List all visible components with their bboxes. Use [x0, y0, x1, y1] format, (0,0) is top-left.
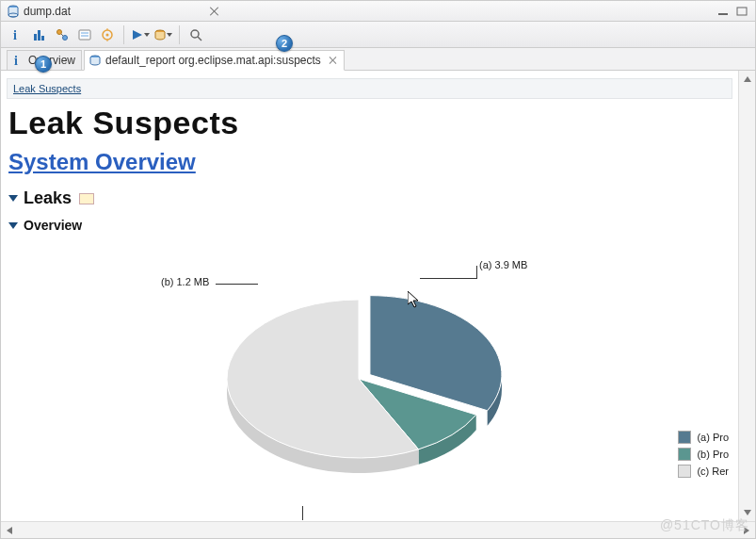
- toolbar-separator: [123, 25, 124, 44]
- chart-leader: [216, 284, 258, 285]
- svg-marker-25: [744, 76, 751, 82]
- svg-rect-7: [41, 36, 44, 41]
- content-wrap: Leak Suspects Leak Suspects System Overv…: [1, 71, 755, 521]
- chevron-down-icon: [8, 195, 18, 202]
- vertical-scrollbar[interactable]: [738, 71, 755, 521]
- database-file-icon: [7, 5, 20, 18]
- section-heading-system-overview[interactable]: System Overview: [8, 149, 738, 175]
- svg-marker-26: [744, 510, 751, 515]
- svg-marker-18: [133, 30, 142, 40]
- run-report-icon[interactable]: [130, 24, 151, 45]
- watermark: @51CTO博客: [660, 517, 749, 534]
- tab-label: default_report org.eclipse.mat.api:suspe…: [105, 54, 321, 67]
- section-label: Leaks: [24, 188, 72, 208]
- legend-label: (a) Pro: [697, 432, 729, 443]
- legend-swatch: [678, 465, 691, 478]
- legend-label: (b) Pro: [697, 449, 729, 460]
- chart-leader: [302, 506, 303, 520]
- page-title: Leak Suspects: [8, 105, 738, 141]
- svg-text:i: i: [13, 28, 17, 41]
- svg-rect-5: [34, 34, 37, 41]
- svg-rect-3: [737, 8, 747, 15]
- thread-icon[interactable]: [97, 24, 118, 45]
- pie-chart-svg: [1, 242, 735, 521]
- breadcrumb-link-leak-suspects[interactable]: Leak Suspects: [13, 83, 81, 94]
- svg-point-15: [106, 33, 109, 36]
- window-title: dump.dat: [24, 5, 203, 18]
- histogram-icon[interactable]: [29, 24, 50, 45]
- close-icon[interactable]: [329, 56, 338, 65]
- tab-strip: i Overview default_report org.eclipse.ma…: [1, 48, 755, 71]
- pie-chart: (a) 3.9 MB (b) 1.2 MB (c) 6.9 MB (a) Pro…: [1, 242, 738, 521]
- annotation-marker-2: 2: [276, 35, 293, 52]
- chart-label-b: (b) 1.2 MB: [161, 276, 209, 287]
- maximize-button[interactable]: [734, 5, 749, 18]
- query-browser-icon[interactable]: [153, 24, 173, 45]
- search-icon[interactable]: [185, 24, 206, 45]
- app-window: dump.dat i i Overview default_report org…: [0, 0, 756, 539]
- leak-icon: [79, 193, 94, 204]
- minimize-button[interactable]: [716, 5, 731, 18]
- legend-swatch: [678, 431, 691, 444]
- svg-line-10: [61, 34, 63, 36]
- dominator-tree-icon[interactable]: [52, 24, 72, 45]
- oql-icon[interactable]: [74, 24, 95, 45]
- chart-legend: (a) Pro (b) Pro (c) Rer: [678, 431, 729, 478]
- tab-default-report[interactable]: default_report org.eclipse.mat.api:suspe…: [84, 50, 345, 71]
- breadcrumb: Leak Suspects: [7, 78, 732, 99]
- svg-rect-11: [79, 30, 90, 40]
- report-icon: [88, 54, 102, 67]
- annotation-marker-1: 1: [35, 56, 52, 73]
- svg-line-21: [198, 37, 201, 41]
- svg-marker-24: [408, 291, 418, 307]
- legend-swatch: [678, 448, 691, 461]
- scroll-left-icon[interactable]: [1, 522, 18, 538]
- svg-marker-27: [7, 527, 12, 534]
- legend-label: (c) Rer: [697, 466, 729, 477]
- chart-label-a: (a) 3.9 MB: [479, 259, 527, 270]
- scrollbar-track[interactable]: [18, 522, 738, 538]
- section-label: Overview: [24, 218, 82, 233]
- legend-item: (a) Pro: [678, 431, 729, 444]
- title-bar: dump.dat: [1, 1, 755, 22]
- report-content: Leak Suspects Leak Suspects System Overv…: [1, 71, 738, 521]
- scroll-up-icon[interactable]: [739, 71, 755, 88]
- legend-item: (b) Pro: [678, 448, 729, 461]
- chevron-down-icon: [8, 222, 18, 229]
- svg-point-20: [191, 30, 199, 38]
- section-toggle-leaks[interactable]: Leaks: [8, 188, 738, 208]
- svg-rect-6: [38, 30, 40, 41]
- svg-rect-2: [718, 13, 728, 15]
- svg-point-8: [57, 29, 62, 34]
- legend-item: (c) Rer: [678, 465, 729, 478]
- svg-point-9: [63, 35, 68, 40]
- chart-label-c: (c) 6.9 MB: [244, 520, 292, 521]
- mouse-cursor-icon: [408, 291, 423, 310]
- toolbar: i: [1, 22, 755, 48]
- close-tab-icon[interactable]: [207, 5, 222, 18]
- section-toggle-overview[interactable]: Overview: [8, 218, 738, 233]
- chart-leader: [420, 278, 476, 279]
- scrollbar-track[interactable]: [739, 88, 755, 504]
- info-icon: i: [11, 54, 24, 67]
- chart-leader: [476, 266, 477, 279]
- horizontal-scrollbar[interactable]: [1, 521, 755, 538]
- svg-text:i: i: [14, 54, 18, 67]
- info-icon[interactable]: i: [7, 24, 27, 45]
- toolbar-separator: [179, 25, 180, 44]
